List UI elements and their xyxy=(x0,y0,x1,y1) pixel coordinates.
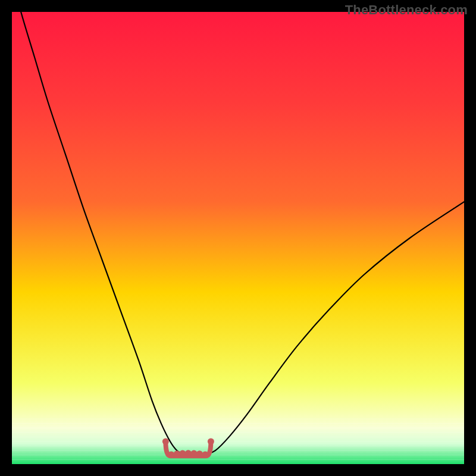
svg-point-15 xyxy=(190,450,197,456)
svg-point-11 xyxy=(168,451,174,458)
bottleneck-chart xyxy=(12,12,464,464)
chart-frame: TheBottleneck.com xyxy=(0,0,476,476)
plot-area xyxy=(12,12,464,464)
gradient-background xyxy=(12,12,464,464)
svg-point-13 xyxy=(179,450,186,456)
svg-point-12 xyxy=(174,450,180,457)
watermark-text: TheBottleneck.com xyxy=(345,2,468,18)
svg-point-17 xyxy=(202,451,208,458)
svg-point-10 xyxy=(162,439,169,445)
svg-point-16 xyxy=(196,450,203,457)
svg-point-18 xyxy=(208,439,214,445)
svg-point-14 xyxy=(185,450,192,456)
